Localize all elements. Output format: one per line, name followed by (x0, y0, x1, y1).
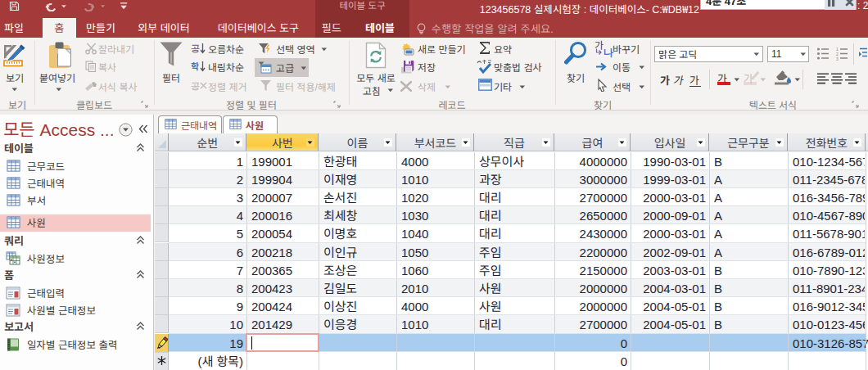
svg-text:3: 3 (836, 56, 839, 61)
